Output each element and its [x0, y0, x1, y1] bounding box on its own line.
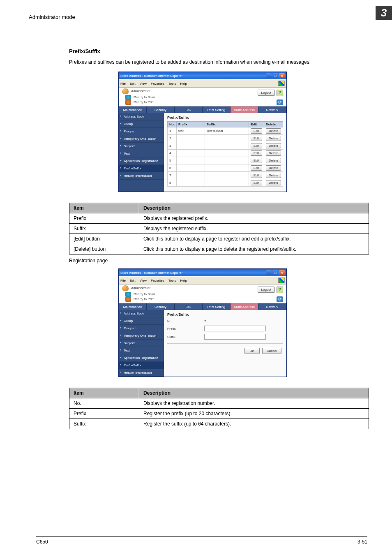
close-icon[interactable]: × — [279, 73, 285, 78]
delete-button[interactable]: Delete — [266, 143, 281, 148]
delete-button[interactable]: Delete — [266, 128, 281, 134]
t1-head-desc: Description — [139, 203, 369, 213]
delete-button[interactable]: Delete — [266, 165, 281, 171]
sidebar-item-temp-onetouch[interactable]: Temporary One-Touch — [119, 135, 164, 143]
logout-button[interactable]: Logout — [258, 287, 275, 293]
edit-button[interactable]: Edit — [251, 158, 262, 163]
minimize-icon[interactable]: _ — [266, 73, 272, 78]
sidebar-item-text[interactable]: Text — [119, 347, 164, 354]
tab-maintenance[interactable]: Maintenance — [119, 106, 147, 113]
edit-button[interactable]: Edit — [251, 128, 262, 134]
edit-button[interactable]: Edit — [251, 143, 262, 148]
cell-prefix — [176, 172, 205, 179]
t2-head-desc: Description — [139, 388, 369, 398]
sidebar-item-subject[interactable]: Subject — [119, 143, 164, 150]
prefix-input[interactable] — [204, 326, 266, 331]
sidebar-item-header-info[interactable]: Header Information — [119, 172, 164, 180]
cell-suffix: @test.local — [205, 127, 249, 135]
help-icon[interactable]: ? — [277, 90, 283, 96]
menu-file[interactable]: File — [120, 279, 126, 282]
edit-button[interactable]: Edit — [251, 150, 262, 156]
form-label-prefix: Prefix — [167, 327, 192, 331]
sidebar-item-group[interactable]: Group — [119, 317, 164, 325]
cancel-button[interactable]: Cancel — [262, 348, 281, 354]
sidebar-item-app-registration[interactable]: Application Registration — [119, 157, 164, 165]
cell-no: 1 — [168, 127, 177, 135]
delete-button[interactable]: Delete — [266, 136, 281, 141]
cell-prefix — [176, 164, 205, 172]
col-delete: Delete — [264, 122, 283, 127]
cell-prefix — [176, 157, 205, 164]
ready-scan-label: Ready to Scan — [134, 292, 155, 296]
col-suffix: Suffix — [205, 122, 249, 127]
sidebar-item-prefix-suffix[interactable]: Prefix/Suffix — [119, 165, 164, 172]
sidebar-item-app-registration[interactable]: Application Registration — [119, 354, 164, 362]
sidebar-item-temp-onetouch[interactable]: Temporary One-Touch — [119, 332, 164, 340]
tab-security[interactable]: Security — [147, 106, 175, 113]
sidebar-item-address-book[interactable]: Address Book — [119, 113, 164, 120]
menu-help[interactable]: Help — [180, 279, 187, 282]
menu-favorites[interactable]: Favorites — [151, 82, 164, 86]
print-status-icon — [125, 297, 131, 302]
cell-desc: Register the prefix (up to 20 characters… — [139, 409, 369, 419]
tab-box[interactable]: Box — [175, 106, 203, 113]
sidebar-item-text[interactable]: Text — [119, 150, 164, 157]
edit-button[interactable]: Edit — [251, 165, 262, 171]
cell-item: Prefix — [69, 409, 139, 419]
menu-help[interactable]: Help — [180, 82, 187, 86]
sidebar: Address Book Group Program Temporary One… — [119, 113, 164, 192]
sidebar-item-program[interactable]: Program — [119, 128, 164, 135]
tab-network[interactable]: Network — [258, 303, 286, 310]
delete-button[interactable]: Delete — [266, 150, 281, 156]
delete-button[interactable]: Delete — [266, 180, 281, 185]
sidebar-item-address-book[interactable]: Address Book — [119, 310, 164, 317]
ie-menubar: File Edit View Favorites Tools Help — [119, 276, 286, 284]
tab-network[interactable]: Network — [258, 106, 286, 113]
table-row: 1test@test.localEditDelete — [168, 127, 283, 135]
delete-button[interactable]: Delete — [266, 173, 281, 178]
tab-maintenance[interactable]: Maintenance — [119, 303, 147, 310]
section-intro: Prefixes and suffixes can be registered … — [69, 58, 336, 66]
menu-view[interactable]: View — [140, 279, 147, 282]
close-icon[interactable]: × — [279, 270, 285, 275]
t2-head-item: Item — [69, 388, 139, 398]
cell-desc: Displays the registered prefix. — [139, 213, 369, 224]
tab-security[interactable]: Security — [147, 303, 175, 310]
cell-prefix — [176, 142, 205, 150]
edit-button[interactable]: Edit — [251, 180, 262, 185]
help-icon[interactable]: ? — [277, 287, 283, 293]
menu-edit[interactable]: Edit — [130, 82, 136, 86]
refresh-icon[interactable] — [277, 99, 283, 105]
tab-print-setting[interactable]: Print Setting — [203, 106, 231, 113]
minimize-icon[interactable]: _ — [266, 270, 272, 275]
delete-button[interactable]: Delete — [266, 158, 281, 163]
sidebar-item-subject[interactable]: Subject — [119, 340, 164, 347]
menu-favorites[interactable]: Favorites — [151, 279, 164, 282]
menu-tools[interactable]: Tools — [168, 82, 176, 86]
table-row: [Edit] buttonClick this button to displa… — [69, 234, 369, 244]
maximize-icon[interactable]: □ — [272, 270, 278, 275]
edit-button[interactable]: Edit — [251, 136, 262, 141]
menu-tools[interactable]: Tools — [168, 279, 176, 282]
menu-view[interactable]: View — [140, 82, 147, 86]
maximize-icon[interactable]: □ — [272, 73, 278, 78]
table-row: PrefixRegister the prefix (up to 20 char… — [69, 409, 369, 419]
edit-button[interactable]: Edit — [251, 173, 262, 178]
menu-edit[interactable]: Edit — [130, 279, 136, 282]
tab-store-address[interactable]: Store Address — [231, 303, 258, 310]
menu-file[interactable]: File — [120, 82, 126, 86]
ie-menubar: File Edit View Favorites Tools Help — [119, 79, 286, 88]
sidebar-item-group[interactable]: Group — [119, 120, 164, 128]
ok-button[interactable]: OK — [244, 348, 260, 354]
tabstrip: Maintenance Security Box Print Setting S… — [119, 106, 286, 113]
sidebar-item-header-info[interactable]: Header Information — [119, 369, 164, 377]
tab-store-address[interactable]: Store Address — [231, 106, 258, 113]
refresh-icon[interactable] — [277, 296, 283, 302]
tab-box[interactable]: Box — [175, 303, 203, 310]
tab-print-setting[interactable]: Print Setting — [203, 303, 231, 310]
suffix-input[interactable] — [204, 334, 266, 340]
logout-button[interactable]: Logout — [258, 90, 275, 96]
sidebar-item-prefix-suffix[interactable]: Prefix/Suffix — [119, 362, 164, 369]
cell-suffix — [205, 150, 249, 157]
sidebar-item-program[interactable]: Program — [119, 325, 164, 332]
